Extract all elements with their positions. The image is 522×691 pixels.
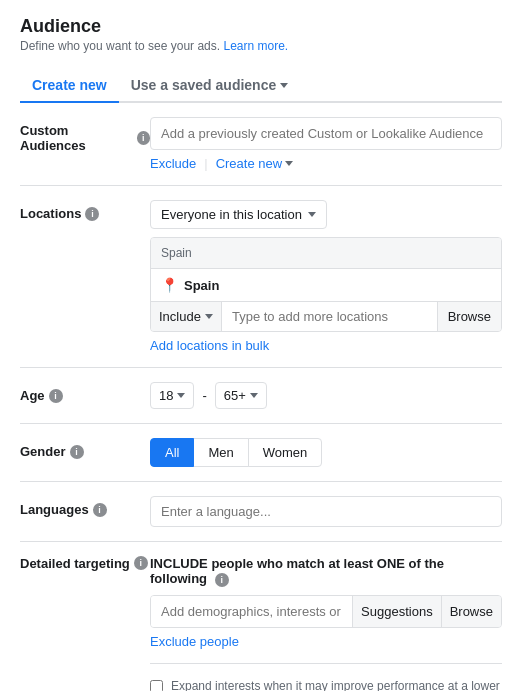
age-min-chevron-icon: [177, 393, 185, 398]
location-entry: 📍 Spain: [151, 269, 501, 302]
age-min-select[interactable]: 18: [150, 382, 194, 409]
age-row: 18 - 65+: [150, 382, 502, 409]
age-label: Age i: [20, 382, 150, 403]
detailed-targeting-section: Detailed targeting i INCLUDE people who …: [20, 542, 502, 691]
age-content: 18 - 65+: [150, 382, 502, 409]
custom-audiences-section: Custom Audiences i Exclude | Create new: [20, 103, 502, 186]
expand-interests-row: Expand interests when it may improve per…: [150, 663, 502, 691]
expand-interests-text: Expand interests when it may improve per…: [171, 678, 502, 691]
custom-audiences-content: Exclude | Create new: [150, 117, 502, 171]
gender-men-btn[interactable]: Men: [193, 438, 248, 467]
tab-create-new[interactable]: Create new: [20, 69, 119, 103]
exclude-link[interactable]: Exclude: [150, 156, 196, 171]
locations-info-icon[interactable]: i: [85, 207, 99, 221]
location-box-header: Spain: [151, 238, 501, 269]
tab-saved-audience[interactable]: Use a saved audience: [119, 69, 301, 103]
gender-section: Gender i All Men Women: [20, 424, 502, 482]
gender-content: All Men Women: [150, 438, 502, 467]
gender-row: All Men Women: [150, 438, 502, 467]
detailed-targeting-desc-info-icon[interactable]: i: [215, 573, 229, 587]
chevron-down-icon: [280, 83, 288, 88]
age-max-select[interactable]: 65+: [215, 382, 267, 409]
languages-content: [150, 496, 502, 527]
custom-audience-input[interactable]: [150, 117, 502, 150]
age-max-chevron-icon: [250, 393, 258, 398]
include-dropdown-chevron-icon: [205, 314, 213, 319]
tab-saved-audience-label: Use a saved audience: [131, 77, 277, 93]
age-info-icon[interactable]: i: [49, 389, 63, 403]
create-new-chevron-icon: [285, 161, 293, 166]
age-dash: -: [202, 388, 206, 403]
language-input[interactable]: [150, 496, 502, 527]
tabs-row: Create new Use a saved audience: [20, 69, 502, 103]
gender-info-icon[interactable]: i: [70, 445, 84, 459]
languages-section: Languages i: [20, 482, 502, 542]
location-dropdown-chevron-icon: [308, 212, 316, 217]
targeting-input-row: Suggestions Browse: [150, 595, 502, 628]
detailed-targeting-description: INCLUDE people who match at least ONE of…: [150, 556, 502, 587]
exclude-people-link[interactable]: Exclude people: [150, 634, 502, 649]
add-locations-bulk-link[interactable]: Add locations in bulk: [150, 338, 502, 353]
location-dropdown[interactable]: Everyone in this location: [150, 200, 327, 229]
expand-interests-checkbox[interactable]: [150, 680, 163, 691]
targeting-input[interactable]: [151, 596, 352, 627]
custom-audience-links: Exclude | Create new: [150, 156, 502, 171]
link-divider: |: [204, 156, 207, 171]
page-subtitle: Define who you want to see your ads. Lea…: [20, 39, 502, 53]
targeting-browse-btn[interactable]: Browse: [441, 596, 501, 627]
page-title-section: Audience Define who you want to see your…: [20, 16, 502, 53]
detailed-targeting-label: Detailed targeting i: [20, 556, 150, 571]
include-dropdown[interactable]: Include: [151, 302, 222, 331]
targeting-suggestions-btn[interactable]: Suggestions: [352, 596, 441, 627]
custom-audiences-info-icon[interactable]: i: [137, 131, 150, 145]
detailed-targeting-info-icon[interactable]: i: [134, 556, 148, 570]
page-title: Audience: [20, 16, 502, 37]
create-new-link[interactable]: Create new: [216, 156, 293, 171]
location-pin-icon: 📍: [161, 277, 178, 293]
custom-audiences-label: Custom Audiences i: [20, 117, 150, 153]
location-search-input[interactable]: [222, 302, 437, 331]
location-input-row: Include Browse: [151, 302, 501, 331]
location-browse-btn[interactable]: Browse: [437, 302, 501, 331]
gender-all-btn[interactable]: All: [150, 438, 194, 467]
detailed-targeting-content: INCLUDE people who match at least ONE of…: [150, 556, 502, 691]
age-section: Age i 18 - 65+: [20, 368, 502, 424]
gender-label: Gender i: [20, 438, 150, 459]
languages-label: Languages i: [20, 496, 150, 517]
locations-content: Everyone in this location Spain 📍 Spain …: [150, 200, 502, 353]
location-box: Spain 📍 Spain Include Browse: [150, 237, 502, 332]
gender-women-btn[interactable]: Women: [248, 438, 323, 467]
locations-section: Locations i Everyone in this location Sp…: [20, 186, 502, 368]
languages-info-icon[interactable]: i: [93, 503, 107, 517]
learn-more-link[interactable]: Learn more.: [223, 39, 288, 53]
locations-label: Locations i: [20, 200, 150, 221]
